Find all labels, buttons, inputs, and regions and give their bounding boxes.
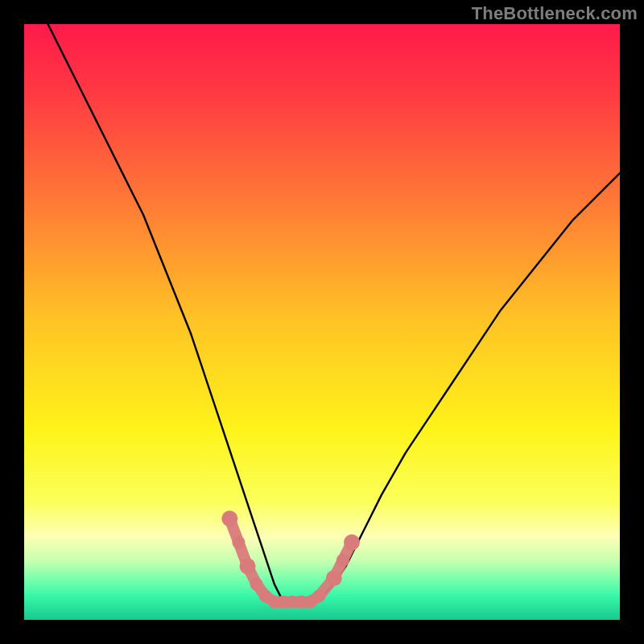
- marker-dot: [344, 535, 360, 551]
- marker-dot: [221, 510, 237, 526]
- plot-area: [24, 24, 620, 620]
- marker-dot: [336, 554, 349, 567]
- marker-dot: [232, 536, 245, 549]
- highlighted-points: [221, 510, 360, 609]
- marker-dot: [312, 589, 325, 602]
- watermark: TheBottleneck.com: [472, 3, 638, 24]
- outer-frame: TheBottleneck.com: [0, 0, 644, 644]
- marker-dot: [326, 570, 342, 586]
- bottleneck-curve: [48, 24, 620, 602]
- marker-dot: [240, 558, 256, 574]
- marker-dot: [250, 578, 263, 591]
- curve-layer: [24, 24, 620, 620]
